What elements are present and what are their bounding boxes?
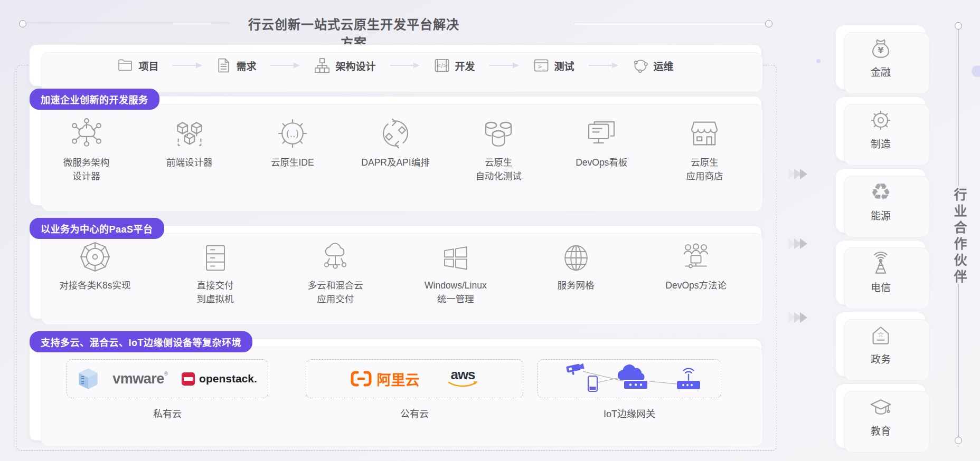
public-cloud-box: 阿里云 aws <box>306 359 523 398</box>
service-item-label: DAPR及API编排 <box>361 156 429 169</box>
recycle-icon: ♻ <box>870 180 891 204</box>
paas-item-label: 直接交付 到虚拟机 <box>197 278 234 306</box>
service-item-label: 前端设计器 <box>166 156 213 169</box>
paas-item: 多云和混合云 应用交付 <box>275 239 395 306</box>
paas-item: 直接交付 到虚拟机 <box>155 239 276 306</box>
chevron-arrows-icon <box>790 312 807 323</box>
section-dev-services: 加速企业创新的开发服务 微服务架构 设计器 前端设计器 (..) 云原生IDE <box>29 96 762 206</box>
store-icon <box>687 110 721 150</box>
workflow-step-requirements: 需求 <box>216 57 256 73</box>
paas-item: Windows/Linux 统一管理 <box>395 239 516 306</box>
rail-top-circle <box>955 22 962 30</box>
section-badge: 加速企业创新的开发服务 <box>30 89 159 110</box>
aws-logo: aws <box>447 369 479 389</box>
svg-text:¥: ¥ <box>878 45 884 55</box>
service-item: 微服务架构 设计器 <box>35 110 138 184</box>
workflow-step-label: 架构设计 <box>335 59 375 73</box>
antenna-icon <box>869 252 893 276</box>
workflow-step-label: 测试 <box>554 59 574 73</box>
server-icon <box>200 239 231 273</box>
service-item: DAPR及API编排 <box>344 110 447 184</box>
industry-partners-column: ¥ 金融 制造 ♻ 能源 电信 ☆ 政务 <box>835 25 926 448</box>
phone-icon <box>588 376 597 391</box>
industry-label: 制造 <box>871 136 891 150</box>
env-label: IoT边缘网关 <box>538 406 721 420</box>
iot-devices-icon <box>550 362 709 395</box>
gear-icon <box>869 108 893 132</box>
database-icon <box>482 110 515 150</box>
chevron-arrows-icon <box>790 238 807 249</box>
svg-text:>_: >_ <box>538 64 545 70</box>
api-orchestration-icon <box>379 110 412 150</box>
service-item: 云原生 应用商店 <box>653 110 756 184</box>
service-item-label: 云原生IDE <box>271 156 314 169</box>
vmware-logo: vmware® <box>112 371 168 387</box>
section-badge: 支持多云、混合云、IoT边缘侧设备等复杂环境 <box>30 331 252 352</box>
workflow-step-architecture: 架构设计 <box>314 57 375 73</box>
workflow-arrow <box>489 62 520 69</box>
vmware-cube-icon <box>78 367 99 390</box>
industry-label: 电信 <box>871 280 891 294</box>
title-line-right-circle <box>765 20 772 27</box>
title-line-right <box>574 23 766 23</box>
service-item-label: 云原生 自动化测试 <box>475 156 522 184</box>
industry-card-energy: ♻ 能源 <box>835 168 926 233</box>
kanban-monitor-icon <box>585 110 618 150</box>
iot-gateway-box <box>538 359 721 398</box>
paas-item: 对接各类K8s实现 <box>35 239 155 306</box>
team-icon <box>680 239 712 273</box>
rail-line-top <box>958 30 959 186</box>
sitemap-icon <box>314 57 330 73</box>
industry-label: 金融 <box>871 64 891 79</box>
env-label: 公有云 <box>306 406 523 420</box>
windows-icon <box>441 239 470 273</box>
env-label: 私有云 <box>67 406 268 420</box>
service-item: DevOps看板 <box>550 110 653 184</box>
rail-bottom-circle <box>955 437 962 444</box>
paas-item-label: 对接各类K8s实现 <box>59 278 130 292</box>
workflow-step-label: 需求 <box>236 59 256 73</box>
workflow-arrow <box>390 62 420 69</box>
industry-card-manufacturing: 制造 <box>835 97 926 161</box>
government-icon: ☆ <box>869 323 893 348</box>
industry-label: 能源 <box>871 208 891 222</box>
section-badge: 以业务为中心的PaaS平台 <box>30 218 164 239</box>
folder-icon <box>117 57 133 73</box>
section-environments: 支持多云、混合云、IoT边缘侧设备等复杂环境 vmware® openstack… <box>29 339 762 441</box>
code-window-icon: </> <box>434 57 450 73</box>
paas-item: DevOps方法论 <box>636 239 756 306</box>
graduation-cap-icon <box>869 395 893 419</box>
service-items-row: 微服务架构 设计器 前端设计器 (..) 云原生IDE DAPR及API编排 <box>35 110 756 184</box>
workflow-step-label: 开发 <box>455 59 475 73</box>
industry-label: 政务 <box>871 351 891 366</box>
workflow-step-label: 项目 <box>138 59 158 73</box>
document-icon <box>216 57 231 73</box>
private-cloud-box: vmware® openstack. <box>67 359 268 398</box>
paas-item-label: Windows/Linux 统一管理 <box>425 278 487 306</box>
workflow-step-development: </> 开发 <box>434 57 475 73</box>
paas-items-row: 对接各类K8s实现 直接交付 到虚拟机 多云和混合云 应用交付 Windows/… <box>35 239 756 306</box>
microservice-icon <box>70 110 103 150</box>
workflow-step-operations: 运维 <box>633 57 674 73</box>
industry-card-telecom: 电信 <box>835 240 926 305</box>
terminal-icon: >_ <box>533 57 549 73</box>
gear-code-icon: (..) <box>276 110 309 150</box>
aws-smile-icon <box>447 381 479 389</box>
industry-card-government: ☆ 政务 <box>835 312 926 377</box>
openstack-mark-icon <box>182 372 195 386</box>
paas-item-label: 服务网格 <box>558 278 595 292</box>
section-paas-platform: 以业务为中心的PaaS平台 对接各类K8s实现 直接交付 到虚拟机 多云和混合云… <box>29 225 762 319</box>
paas-item: 服务网格 <box>516 239 636 306</box>
rail-line-bottom <box>958 284 959 437</box>
iot-cloud-icon <box>618 364 648 389</box>
paas-item-label: 多云和混合云 应用交付 <box>308 278 363 306</box>
workflow-arrow <box>588 62 619 69</box>
cloud-network-icon <box>319 239 351 273</box>
money-bag-icon: ¥ <box>869 36 893 61</box>
service-item: 前端设计器 <box>138 110 241 184</box>
cubes-icon <box>173 110 206 150</box>
industry-partners-title: 行业合作伙伴 <box>950 188 969 286</box>
industry-card-finance: ¥ 金融 <box>835 25 926 90</box>
paas-item-label: DevOps方法论 <box>665 278 727 292</box>
service-item-label: DevOps看板 <box>576 156 627 169</box>
